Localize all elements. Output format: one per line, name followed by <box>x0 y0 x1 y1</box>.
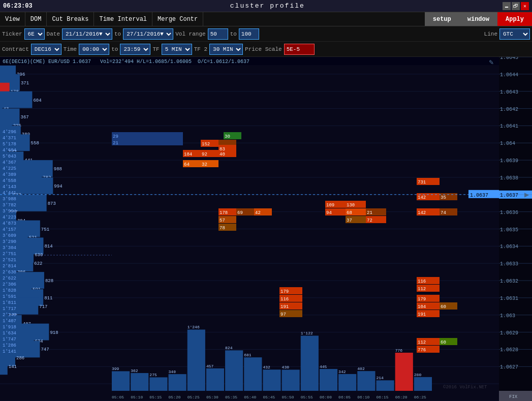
contract-label: Contract <box>2 46 29 52</box>
menu-merge-contr[interactable]: Merge Contr <box>152 12 203 26</box>
window-button[interactable]: window <box>459 12 497 26</box>
date-to-select[interactable]: 27/11/2016▼ <box>123 28 173 40</box>
date-from-select[interactable]: 21/11/2016▼ <box>62 28 112 40</box>
date-label: Date <box>47 31 60 37</box>
tf2-select[interactable]: 30 MIN <box>209 44 243 55</box>
app-title: cluster profile <box>230 2 305 10</box>
date-to-label: to <box>114 31 121 37</box>
menu-dom[interactable]: DOM <box>25 12 47 26</box>
window-controls: 🗕 🗗 ✕ <box>503 2 529 10</box>
chart-area <box>0 57 532 401</box>
contract-select[interactable]: DEC16 <box>31 44 61 55</box>
setup-button[interactable]: setup <box>425 12 459 26</box>
main-canvas[interactable] <box>0 57 499 401</box>
time-to-select[interactable]: 23:59 <box>120 44 150 55</box>
menu-time-interval[interactable]: Time Interval <box>94 12 152 26</box>
line-label: Line <box>484 31 497 37</box>
toolbar-row-1: Ticker 6E Date 21/11/2016▼ to 27/11/2016… <box>0 26 532 42</box>
maximize-button[interactable]: 🗗 <box>512 2 520 10</box>
line-select[interactable]: GTC <box>499 28 530 40</box>
menu-bar: View DOM Cut Breaks Time Interval Merge … <box>0 12 532 26</box>
minimize-button[interactable]: 🗕 <box>503 2 511 10</box>
ticker-select[interactable]: 6E <box>24 28 45 40</box>
clock: 06:23:03 <box>3 3 33 10</box>
vol-to-input[interactable] <box>239 28 259 40</box>
close-button[interactable]: ✕ <box>521 2 529 10</box>
time-to-label: to <box>111 46 118 52</box>
time-from-select[interactable]: 00:00 <box>79 44 109 55</box>
price-axis <box>499 57 532 401</box>
menu-cut-breaks[interactable]: Cut Breaks <box>47 12 94 26</box>
vol-to-label: to <box>230 31 237 37</box>
tf-label: TF <box>152 46 159 52</box>
price-scale-label: Price Scale <box>245 46 282 52</box>
vol-from-input[interactable] <box>208 28 228 40</box>
tf2-label: TF 2 <box>194 46 207 52</box>
ticker-label: Ticker <box>2 31 22 37</box>
toolbar-row-2: Contract DEC16 Time 00:00 to 23:59 TF 5 … <box>0 42 532 57</box>
vol-range-label: Vol range <box>175 31 205 37</box>
time-label: Time <box>64 46 77 52</box>
tf-select[interactable]: 5 MIN <box>162 44 192 55</box>
apply-button[interactable]: Apply <box>497 12 532 26</box>
menu-view[interactable]: View <box>0 12 25 26</box>
price-scale-input[interactable] <box>284 44 315 55</box>
title-bar: 06:23:03 cluster profile 🗕 🗗 ✕ <box>0 0 532 12</box>
